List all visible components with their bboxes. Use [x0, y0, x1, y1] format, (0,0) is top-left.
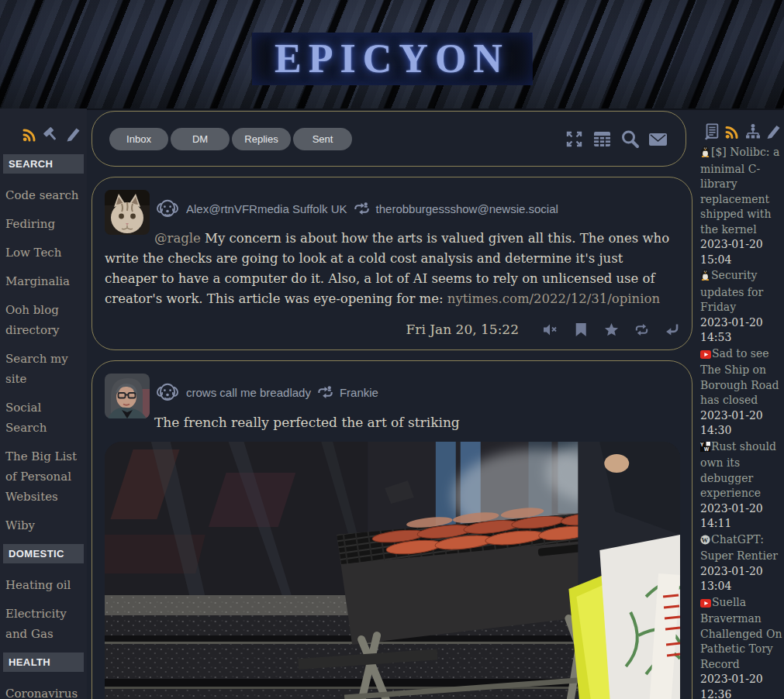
search-icon[interactable] [620, 129, 641, 150]
sidebar-link-fediring[interactable]: Fediring [5, 214, 81, 234]
post-content: @ragle My concern is about how the arts … [105, 229, 679, 309]
sidebar-link-social-search[interactable]: Social Search [5, 398, 81, 438]
news-sidebar: [$] Nolibc: a minimal C-library replacem… [700, 122, 782, 699]
sidebar-header-domestic: DOMESTIC [3, 544, 84, 563]
news-timestamp: 2023-01-20 12:36 [700, 672, 782, 699]
sidebar-header-health: HEALTH [3, 653, 84, 672]
sidebar-link-heating-oil[interactable]: Heating oil [5, 575, 81, 595]
rss-icon[interactable] [724, 124, 741, 139]
sidebar-link-electricity-gas[interactable]: Electricity and Gas [5, 604, 81, 644]
mention-link[interactable]: @ragle [154, 231, 201, 246]
article-link[interactable]: nytimes.com/2022/12/31/opinion [447, 291, 660, 306]
svg-text:W: W [704, 446, 710, 452]
epicyon-app: EPICYON SEARCH [0, 0, 784, 699]
sidebar-link-search-my-site[interactable]: Search my site [5, 349, 81, 389]
news-timestamp: 2023-01-20 15:04 [700, 237, 782, 267]
sidebar-link-big-list-personal-websites[interactable]: The Big List of Personal Websites [5, 446, 81, 507]
youtube-icon [700, 597, 711, 612]
news-item: Y W Rust should own its debugger experie… [700, 439, 782, 532]
news-link[interactable]: ChatGPT: Super Rentier [700, 533, 778, 563]
news-link[interactable]: Sad to see The Ship on Borough Road has … [700, 347, 779, 407]
post: Alex@rtnVFRmedia Suffolk UK therobburges… [92, 177, 692, 350]
sitemap-icon[interactable] [744, 123, 762, 139]
left-sidebar: SEARCH Code search Fediring Low Tech Mar… [0, 108, 87, 699]
pen-icon[interactable] [65, 127, 81, 142]
star-icon[interactable] [604, 323, 619, 336]
sidebar-link-low-tech[interactable]: Low Tech [5, 243, 81, 263]
sidebar-link-ooh-blog-directory[interactable]: Ooh blog directory [5, 300, 81, 340]
post-boost-target-handle[interactable]: Frankie [340, 386, 378, 399]
repeat-icon[interactable] [634, 323, 649, 336]
news-item: W ChatGPT: Super Rentier 2023-01-20 13:0… [700, 532, 782, 594]
news-timestamp: 2023-01-20 14:30 [700, 408, 782, 439]
dog-icon [154, 197, 181, 221]
tab-inbox[interactable]: Inbox [109, 128, 168, 150]
boost-icon [353, 201, 371, 216]
post: crows call me breadlady Frankie The fren… [92, 360, 692, 699]
avatar[interactable] [105, 190, 150, 235]
mute-icon[interactable] [544, 323, 558, 336]
reply-icon[interactable] [665, 323, 679, 336]
news-timestamp: 2023-01-20 14:11 [700, 501, 782, 532]
expand-icon[interactable] [564, 129, 585, 150]
post-author-handle[interactable]: Alex@rtnVFRmedia Suffolk UK [186, 202, 347, 215]
tab-replies[interactable]: Replies [232, 128, 291, 150]
tab-dm[interactable]: DM [171, 128, 230, 150]
svg-text:W: W [702, 535, 709, 543]
timeline: Inbox DM Replies Sent [92, 111, 689, 699]
post-author-handle[interactable]: crows call me breadlady [186, 386, 311, 399]
grid-icon[interactable] [592, 129, 613, 150]
pen-icon[interactable] [765, 124, 781, 139]
news-link[interactable]: Suella Braverman Challenged On Pathetic … [700, 596, 782, 670]
news-item: Security updates for Friday 2023-01-20 1… [700, 268, 782, 346]
news-link[interactable]: [$] Nolibc: a minimal C-library replacem… [700, 146, 779, 236]
news-timestamp: 2023-01-20 13:04 [700, 564, 782, 594]
bookmark-icon[interactable] [574, 323, 589, 336]
yw-icon: Y W [700, 441, 710, 456]
newspaper-icon[interactable] [703, 122, 720, 140]
sidebar-header-search: SEARCH [3, 154, 84, 174]
tux-icon [700, 269, 710, 285]
news-item: [$] Nolibc: a minimal C-library replacem… [700, 145, 782, 267]
profile-banner[interactable]: EPICYON [0, 0, 784, 110]
sidebar-link-code-search[interactable]: Code search [5, 185, 81, 205]
post-image-bbq-protest[interactable] [105, 442, 680, 699]
sidebar-link-coronavirus-statistics[interactable]: Coronavirus statistics [5, 684, 81, 699]
post-text: The french really perfected the art of s… [154, 415, 460, 430]
news-item: Suella Braverman Challenged On Pathetic … [700, 595, 782, 699]
timeline-toolbar: Inbox DM Replies Sent [92, 111, 686, 167]
envelope-icon[interactable] [648, 129, 668, 150]
tab-sent[interactable]: Sent [293, 128, 352, 150]
hammer-icon[interactable] [43, 127, 60, 142]
youtube-icon [700, 348, 711, 363]
boost-icon [316, 385, 334, 400]
dog-icon [154, 380, 181, 405]
news-link[interactable]: Rust should own its debugger experience [700, 440, 776, 500]
post-boost-target-handle[interactable]: therobburgessshow@newsie.social [376, 202, 558, 215]
news-timestamp: 2023-01-20 14:53 [700, 315, 782, 346]
news-item: Sad to see The Ship on Borough Road has … [700, 346, 782, 439]
wordpress-icon: W [700, 534, 710, 549]
site-title: EPICYON [251, 33, 533, 85]
avatar[interactable] [105, 374, 150, 418]
post-content: The french really perfected the art of s… [105, 412, 679, 432]
sidebar-link-marginalia[interactable]: Marginalia [5, 271, 81, 291]
sidebar-link-wiby[interactable]: Wiby [5, 515, 81, 535]
tux-icon [700, 146, 710, 162]
post-timestamp[interactable]: Fri Jan 20, 15:22 [406, 322, 520, 337]
news-list: [$] Nolibc: a minimal C-library replacem… [700, 145, 782, 699]
rss-icon[interactable] [22, 127, 38, 142]
